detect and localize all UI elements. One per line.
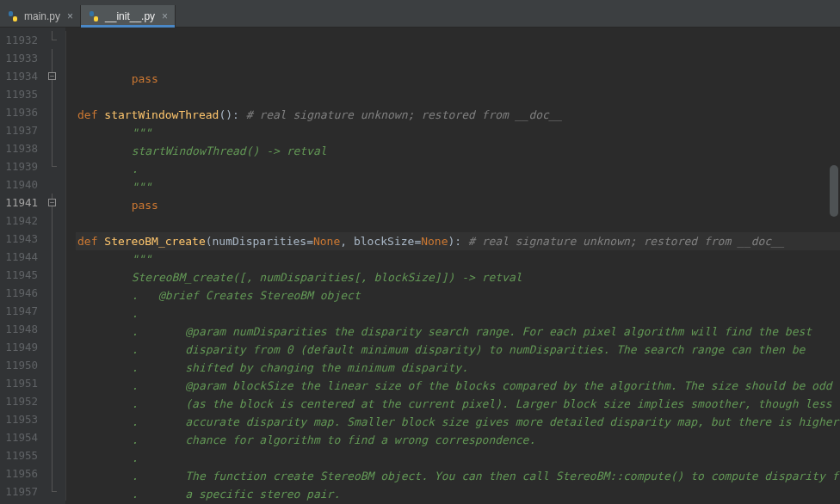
code-line[interactable]: . (76, 449, 840, 467)
code-line[interactable]: . The function create StereoBM object. Y… (76, 467, 840, 485)
fold-cell (45, 356, 65, 374)
python-file-icon (88, 10, 100, 22)
line-number[interactable]: 11937 (0, 121, 45, 139)
code-line[interactable]: startWindowThread() -> retval (76, 142, 840, 160)
line-number[interactable]: 11934 (0, 67, 45, 85)
line-number[interactable]: 11957 (0, 482, 45, 501)
close-icon[interactable]: × (67, 10, 73, 22)
fold-cell (45, 121, 65, 139)
fold-cell (45, 446, 65, 464)
tab-main-py[interactable]: main.py × (0, 5, 81, 27)
fold-cell (45, 248, 65, 266)
fold-cell (45, 230, 65, 248)
code-line[interactable]: . (76, 304, 840, 323)
python-file-icon (7, 10, 19, 22)
line-number[interactable]: 11953 (0, 410, 45, 428)
fold-toggle-icon[interactable]: − (48, 199, 56, 206)
fold-cell (45, 85, 65, 103)
code-line[interactable]: . @brief Creates StereoBM object (76, 286, 840, 304)
line-number[interactable]: 11951 (0, 374, 45, 392)
fold-cell (45, 157, 65, 175)
code-line[interactable]: . (76, 160, 840, 178)
code-line[interactable]: pass (76, 70, 840, 88)
fold-cell (45, 49, 65, 67)
svg-rect-3 (94, 16, 98, 22)
fold-cell (45, 374, 65, 392)
code-line[interactable]: StereoBM_create([, numDisparities[, bloc… (76, 268, 840, 286)
fold-cell (45, 338, 65, 356)
line-number[interactable]: 11935 (0, 85, 45, 103)
code-line[interactable]: pass (76, 196, 840, 214)
code-line[interactable]: . a specific stereo pair. (76, 485, 840, 503)
code-area[interactable]: passdef startWindowThread(): # real sign… (76, 28, 840, 504)
line-number[interactable]: 11945 (0, 266, 45, 284)
line-number[interactable]: 11955 (0, 446, 45, 464)
tab-label: __init__.py (105, 10, 155, 22)
fold-cell (45, 482, 65, 501)
fold-cell: − (45, 194, 65, 212)
code-line[interactable]: def startWindowThread(): # real signatur… (76, 106, 840, 124)
code-line[interactable]: . @param blockSize the linear size of th… (76, 377, 840, 395)
editor-tabbar: main.py × __init__.py × (0, 5, 840, 28)
fold-cell (45, 410, 65, 428)
line-number[interactable]: 11941 (0, 194, 45, 212)
fold-cell (45, 284, 65, 302)
fold-cell: − (45, 67, 65, 85)
fold-cell (45, 103, 65, 121)
fold-cell (45, 428, 65, 446)
line-number[interactable]: 11954 (0, 428, 45, 446)
code-line[interactable]: """ (76, 124, 840, 142)
fold-cell (45, 139, 65, 157)
line-number[interactable]: 11939 (0, 157, 45, 175)
fold-cell (45, 175, 65, 194)
tab-label: main.py (24, 10, 60, 22)
code-line[interactable]: . chance for algorithm to find a wrong c… (76, 431, 840, 449)
vertical-scrollbar[interactable] (830, 28, 838, 504)
line-number[interactable]: 11940 (0, 175, 45, 194)
line-number[interactable]: 11943 (0, 230, 45, 248)
line-number[interactable]: 11944 (0, 248, 45, 266)
svg-rect-2 (90, 11, 94, 16)
line-number[interactable]: 11942 (0, 212, 45, 230)
code-line[interactable]: . shifted by changing the minimum dispar… (76, 359, 840, 377)
code-line[interactable]: """ (76, 178, 840, 196)
fold-cell (45, 266, 65, 284)
line-number[interactable]: 11952 (0, 392, 45, 410)
code-line[interactable]: . disparity from 0 (default minimum disp… (76, 341, 840, 359)
line-number[interactable]: 11932 (0, 31, 45, 49)
fold-toggle-icon[interactable]: − (48, 72, 56, 80)
fold-cell (45, 31, 65, 49)
line-number[interactable]: 11946 (0, 284, 45, 302)
indent-guide-column (65, 28, 76, 504)
fold-gutter[interactable]: −− (45, 28, 65, 504)
editor-pane: 1193211933119341193511936119371193811939… (0, 28, 840, 504)
line-number[interactable]: 11956 (0, 464, 45, 482)
fold-cell (45, 302, 65, 320)
fold-cell (45, 320, 65, 338)
tab-init-py[interactable]: __init__.py × (81, 5, 176, 27)
code-line[interactable]: . accurate disparity map. Smaller block … (76, 413, 840, 431)
line-number[interactable]: 11950 (0, 356, 45, 374)
line-number[interactable]: 11936 (0, 103, 45, 121)
code-line[interactable]: . @param numDisparities the disparity se… (76, 323, 840, 341)
line-number[interactable]: 11947 (0, 302, 45, 320)
line-number[interactable]: 11949 (0, 338, 45, 356)
svg-rect-1 (13, 16, 17, 22)
line-number-gutter[interactable]: 1193211933119341193511936119371193811939… (0, 28, 45, 504)
line-number[interactable]: 11948 (0, 320, 45, 338)
fold-cell (45, 212, 65, 230)
line-number[interactable]: 11938 (0, 139, 45, 157)
code-line[interactable]: . (as the block is centered at the curre… (76, 395, 840, 413)
code-line[interactable] (76, 214, 840, 232)
fold-cell (45, 464, 65, 482)
scrollbar-thumb[interactable] (830, 165, 838, 217)
code-line[interactable]: def StereoBM_create(numDisparities=None,… (76, 232, 840, 250)
close-icon[interactable]: × (162, 10, 168, 22)
code-line[interactable] (76, 88, 840, 106)
line-number[interactable]: 11933 (0, 49, 45, 67)
fold-cell (45, 392, 65, 410)
code-line[interactable]: """ (76, 250, 840, 268)
svg-rect-0 (9, 11, 13, 16)
